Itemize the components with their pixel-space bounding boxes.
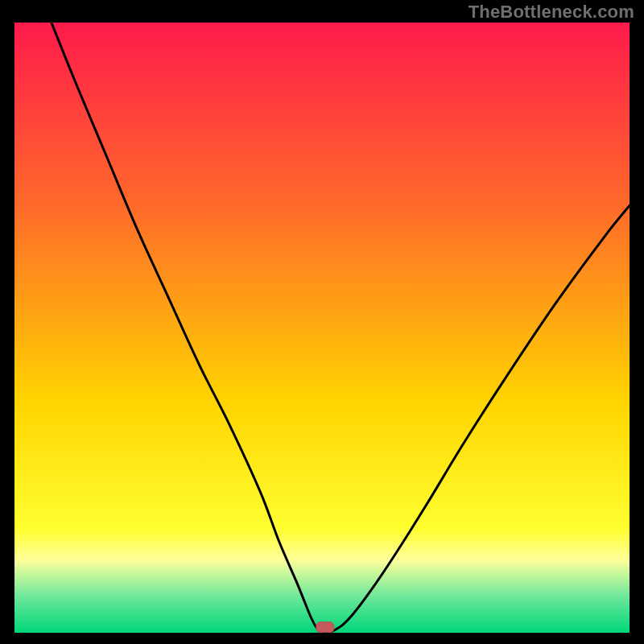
minimum-marker: [316, 622, 334, 633]
chart-frame: TheBottleneck.com: [0, 0, 644, 644]
chart-background-gradient: [14, 23, 630, 633]
chart-plot-area: [14, 23, 630, 633]
chart-svg: [14, 23, 630, 633]
watermark-text: TheBottleneck.com: [469, 2, 634, 23]
